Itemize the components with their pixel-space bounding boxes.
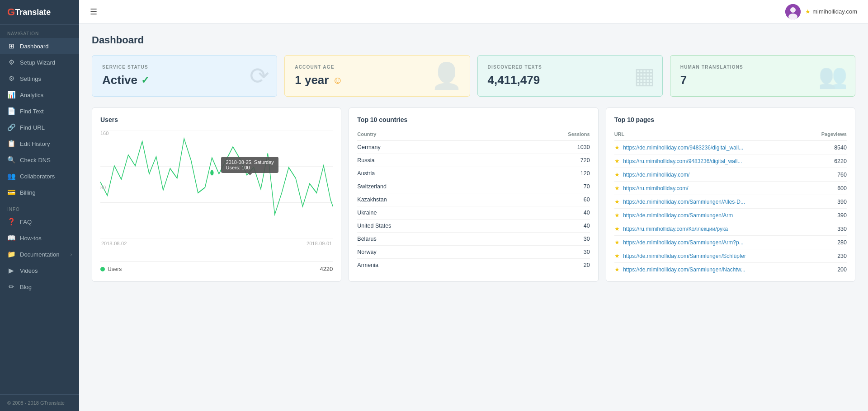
sidebar-item-find-text[interactable]: 📄 Find Text: [0, 103, 79, 119]
table-row: Russia 720: [357, 154, 590, 167]
sidebar-logo: G Translate: [0, 0, 79, 25]
table-row: ★ https://ru.mimiholliday.com/ 600: [614, 182, 847, 195]
chart-area: 160 80 2018-08-25, Saturday Users: 100: [100, 131, 333, 257]
star-yellow-icon: ★: [614, 239, 620, 246]
sidebar-item-find-url[interactable]: 🔗 Find URL: [0, 119, 79, 135]
analytics-icon: 📊: [7, 91, 15, 99]
topbar-right: ★ mimiholliday.com: [785, 4, 857, 19]
star-yellow-icon: ★: [614, 185, 620, 191]
page-url: ★ https://de.mimiholliday.com/: [614, 168, 809, 182]
url-link[interactable]: https://de.mimiholliday.com/9483236/digi…: [623, 145, 743, 151]
country-name: Kazakhstan: [357, 193, 499, 206]
sidebar-item-check-dns[interactable]: 🔍 Check DNS: [0, 152, 79, 168]
table-row: ★ https://ru.mimiholliday.com/Коллекции/…: [614, 222, 847, 236]
country-sessions: 40: [499, 206, 590, 220]
sidebar-item-faq[interactable]: ❓ FAQ: [0, 214, 79, 230]
check-dns-icon: 🔍: [7, 156, 15, 164]
users-chart-title: Users: [100, 116, 333, 123]
sidebar-label-find-url: Find URL: [20, 124, 45, 131]
sidebar-label-edit-history: Edit History: [20, 140, 50, 147]
sidebar-label-setup-wizard: Setup Wizard: [20, 59, 55, 66]
service-status-bg-icon: ⟳: [250, 62, 269, 89]
star-yellow-icon: ★: [614, 158, 620, 164]
url-link[interactable]: https://de.mimiholliday.com/Sammlungen/S…: [623, 253, 746, 259]
url-link[interactable]: https://ru.mimiholliday.com/Коллекции/ру…: [623, 226, 728, 232]
sidebar-item-setup-wizard[interactable]: ⚙ Setup Wizard: [0, 54, 79, 70]
top-countries-title: Top 10 countries: [357, 116, 590, 123]
country-sessions: 120: [499, 167, 590, 180]
line-chart-svg: [100, 131, 333, 239]
username-text: mimiholliday.com: [812, 8, 857, 15]
svg-point-1: [790, 7, 796, 13]
country-name: Germany: [357, 141, 499, 154]
sidebar-label-settings: Settings: [20, 75, 41, 82]
sidebar-item-analytics[interactable]: 📊 Analytics: [0, 87, 79, 103]
url-link[interactable]: https://ru.mimiholliday.com/: [623, 185, 689, 191]
blog-icon: ✏: [7, 283, 15, 291]
star-yellow-icon: ★: [614, 145, 620, 151]
sidebar-label-faq: FAQ: [20, 219, 32, 225]
top-pages-title: Top 10 pages: [614, 116, 847, 123]
hamburger-button[interactable]: ☰: [90, 7, 97, 17]
star-yellow-icon: ★: [614, 172, 620, 178]
page-title: Dashboard: [92, 34, 855, 46]
url-link[interactable]: https://de.mimiholliday.com/Sammlungen/A…: [623, 212, 733, 219]
sidebar-label-collaborators: Collaborators: [20, 173, 55, 180]
chart-tooltip-dot: [210, 170, 213, 176]
sidebar-item-settings[interactable]: ⚙ Settings: [0, 70, 79, 87]
star-yellow-icon: ★: [614, 226, 620, 232]
sidebar-label-how-tos: How-tos: [20, 235, 42, 242]
page-pageviews: 8540: [809, 141, 847, 154]
page-url: ★ https://de.mimiholliday.com/Sammlungen…: [614, 249, 809, 263]
discovered-texts-value: 4,411,479: [488, 73, 652, 87]
url-link[interactable]: https://de.mimiholliday.com/Sammlungen/A…: [623, 199, 745, 205]
sidebar-label-find-text: Find Text: [20, 108, 44, 115]
country-sessions: 1030: [499, 141, 590, 154]
page-url: ★ https://ru.mimiholliday.com/9483236/di…: [614, 154, 809, 168]
url-link[interactable]: https://de.mimiholliday.com/Sammlungen/N…: [623, 266, 745, 273]
sidebar-item-blog[interactable]: ✏ Blog: [0, 279, 79, 295]
sidebar-item-collaborators[interactable]: 👥 Collaborators: [0, 168, 79, 184]
country-sessions: 20: [499, 259, 590, 272]
sidebar-item-dashboard[interactable]: ⊞ Dashboard: [0, 38, 79, 54]
legend-dot: [100, 267, 105, 271]
users-chart-panel: Users 160 80 2018-08-25, Saturday Users:…: [92, 107, 341, 282]
countries-table: Country Sessions Germany 1030 Russia 720…: [357, 130, 590, 271]
videos-icon: ▶: [7, 266, 15, 275]
discovered-texts-label: DISCOVERED TEXTS: [488, 65, 652, 70]
faq-icon: ❓: [7, 218, 15, 226]
sidebar-item-billing[interactable]: 💳 Billing: [0, 184, 79, 201]
account-age-bg-icon: 👤: [431, 61, 462, 91]
table-row: ★ https://de.mimiholliday.com/Sammlungen…: [614, 263, 847, 276]
how-tos-icon: 📖: [7, 234, 15, 242]
sidebar-label-check-dns: Check DNS: [20, 157, 51, 163]
human-translations-bg-icon: 👥: [818, 62, 848, 90]
sidebar-item-documentation[interactable]: 📁 Documentation ›: [0, 246, 79, 262]
table-row: ★ https://de.mimiholliday.com/9483236/di…: [614, 141, 847, 154]
page-url: ★ https://ru.mimiholliday.com/Коллекции/…: [614, 222, 809, 236]
chart-x-start: 2018-08-02: [101, 241, 127, 246]
sidebar-label-blog: Blog: [20, 284, 32, 290]
page-pageviews: 600: [809, 182, 847, 195]
topbar-left: ☰: [90, 7, 97, 17]
url-link[interactable]: https://ru.mimiholliday.com/9483236/digi…: [623, 158, 742, 164]
discovered-texts-bg-icon: ▦: [634, 63, 655, 89]
table-row: ★ https://de.mimiholliday.com/ 760: [614, 168, 847, 182]
pages-tbody: ★ https://de.mimiholliday.com/9483236/di…: [614, 141, 847, 276]
table-row: ★ https://ru.mimiholliday.com/9483236/di…: [614, 154, 847, 168]
sidebar-label-dashboard: Dashboard: [20, 43, 49, 50]
nav-section-label: NAVIGATION: [0, 25, 79, 38]
url-link[interactable]: https://de.mimiholliday.com/: [623, 172, 689, 178]
sidebar-item-how-tos[interactable]: 📖 How-tos: [0, 230, 79, 246]
sidebar-item-videos[interactable]: ▶ Videos: [0, 262, 79, 279]
topbar: ☰ ★ mimiholliday.com: [79, 0, 868, 23]
table-row: Ukraine 40: [357, 206, 590, 220]
url-link[interactable]: https://de.mimiholliday.com/Sammlungen/A…: [623, 239, 744, 246]
dashboard-icon: ⊞: [7, 42, 15, 50]
table-row: Switzerland 70: [357, 180, 590, 193]
chart-legend: Users 4220: [100, 262, 333, 272]
sidebar-item-edit-history[interactable]: 📋 Edit History: [0, 135, 79, 152]
collaborators-icon: 👥: [7, 172, 15, 180]
service-status-value: Active ✓: [102, 73, 267, 87]
page-url: ★ https://ru.mimiholliday.com/: [614, 182, 809, 195]
